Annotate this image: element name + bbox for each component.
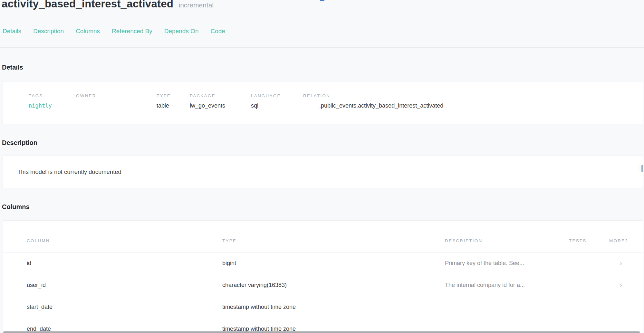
description-section-heading: Description xyxy=(0,139,644,147)
horizontal-scrollbar[interactable] xyxy=(3,331,640,333)
field-label-type: TYPE xyxy=(157,93,190,98)
details-card: TAGS nightly OWNER TYPE table PACKAGE lw… xyxy=(3,81,643,124)
column-tests xyxy=(569,296,609,318)
column-type: character varying(16383) xyxy=(222,274,445,296)
field-owner: OWNER xyxy=(76,93,157,124)
columns-section-heading: Columns xyxy=(0,203,644,211)
field-label-owner: OWNER xyxy=(76,93,157,98)
field-label-tags: TAGS xyxy=(29,93,76,98)
nav-link-code[interactable]: Code xyxy=(210,28,225,35)
column-type: bigint xyxy=(222,252,445,274)
columns-table: COLUMN TYPE DESCRIPTION TESTS MORE? id b… xyxy=(3,221,643,333)
nav-link-description[interactable]: Description xyxy=(33,28,64,35)
chevron-right-icon[interactable]: › xyxy=(609,274,643,296)
column-more xyxy=(609,296,643,318)
column-name: user_id xyxy=(3,274,222,296)
field-label-language: LANGUAGE xyxy=(251,93,303,98)
column-description xyxy=(445,318,569,333)
field-package: PACKAGE lw_go_events xyxy=(190,93,251,124)
details-section-heading: Details xyxy=(0,64,644,71)
anchor-nav: Details Description Columns Referenced B… xyxy=(0,28,644,35)
column-more xyxy=(609,318,643,333)
columns-table-header-row: COLUMN TYPE DESCRIPTION TESTS MORE? xyxy=(3,221,643,252)
column-description: The internal company id for a... xyxy=(445,274,569,296)
chevron-right-icon[interactable]: › xyxy=(609,252,643,274)
column-header-tests: TESTS xyxy=(569,221,609,252)
field-relation: RELATION .public_events.activity_based_i… xyxy=(303,93,643,124)
tag-link-nightly[interactable]: nightly xyxy=(29,102,76,109)
cutoff-element-right xyxy=(641,165,643,172)
column-header-type: TYPE xyxy=(222,221,445,252)
column-name: start_date xyxy=(3,296,222,318)
nav-link-depends-on[interactable]: Depends On xyxy=(164,28,199,35)
table-row-end-date[interactable]: end_date timestamp without time zone xyxy=(3,318,643,333)
column-type: timestamp without time zone xyxy=(222,296,445,318)
column-header-column: COLUMN xyxy=(3,221,222,252)
column-name: id xyxy=(3,252,222,274)
column-description xyxy=(445,296,569,318)
field-language: LANGUAGE sql xyxy=(251,93,303,124)
column-header-more: MORE? xyxy=(609,221,643,252)
field-value-language: sql xyxy=(251,102,303,109)
columns-card: COLUMN TYPE DESCRIPTION TESTS MORE? id b… xyxy=(3,220,643,333)
field-tags: TAGS nightly xyxy=(29,93,76,124)
cutoff-element-top xyxy=(320,0,324,1)
field-value-type: table xyxy=(157,102,190,109)
description-card: This model is not currently documented xyxy=(3,156,643,188)
field-label-package: PACKAGE xyxy=(190,93,251,98)
column-name: end_date xyxy=(3,318,222,333)
column-tests xyxy=(569,274,609,296)
nav-link-referenced-by[interactable]: Referenced By xyxy=(112,28,152,35)
table-row-start-date[interactable]: start_date timestamp without time zone xyxy=(3,296,643,318)
column-tests xyxy=(569,252,609,274)
field-value-package: lw_go_events xyxy=(190,102,251,109)
description-text: This model is not currently documented xyxy=(17,168,121,176)
column-header-description: DESCRIPTION xyxy=(445,221,569,252)
field-label-relation: RELATION xyxy=(303,93,643,98)
column-type: timestamp without time zone xyxy=(222,318,445,333)
field-value-relation: .public_events.activity_based_interest_a… xyxy=(319,102,643,109)
nav-link-columns[interactable]: Columns xyxy=(76,28,100,35)
table-row-user-id[interactable]: user_id character varying(16383) The int… xyxy=(3,274,643,296)
column-tests xyxy=(569,318,609,333)
table-row-id[interactable]: id bigint Primary key of the table. See.… xyxy=(3,252,643,274)
page-title: activity_based_interest_activated xyxy=(2,0,173,10)
materialization-badge: incremental xyxy=(179,1,214,9)
nav-link-details[interactable]: Details xyxy=(3,28,21,35)
header-divider xyxy=(0,47,644,48)
column-description: Primary key of the table. See... xyxy=(445,252,569,274)
field-type: TYPE table xyxy=(157,93,190,124)
model-header: activity_based_interest_activated increm… xyxy=(0,0,644,10)
